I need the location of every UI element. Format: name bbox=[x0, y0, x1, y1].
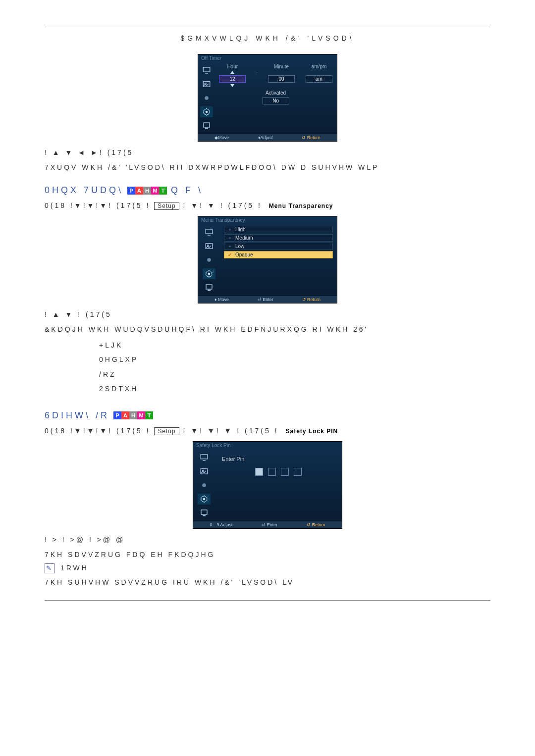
square-icon: ▫ bbox=[227, 227, 232, 232]
dot-icon[interactable] bbox=[203, 254, 215, 265]
picture-icon[interactable] bbox=[198, 466, 211, 477]
gear-icon[interactable] bbox=[203, 268, 215, 279]
svg-point-17 bbox=[202, 483, 206, 487]
transparency-option-low[interactable]: ▫ Low bbox=[224, 243, 333, 250]
pin-box-4[interactable] bbox=[294, 468, 302, 476]
svg-point-4 bbox=[205, 111, 208, 113]
footer-return: ↺ Return bbox=[307, 522, 325, 527]
monitor-icon[interactable] bbox=[200, 65, 213, 76]
transparency-nav: ! ▲ ▼ ! (17(5 bbox=[45, 310, 490, 318]
footer-move: ♦ Move bbox=[214, 297, 229, 302]
dot-icon[interactable] bbox=[198, 480, 211, 491]
bullet-high: +LJK bbox=[99, 338, 490, 353]
off-timer-desc: 7XUQV WKH /&' 'LVSOD\ RII DXWRPDWLFDOO\ … bbox=[45, 163, 490, 171]
gear-icon[interactable] bbox=[200, 106, 213, 117]
bullet-low: /RZ bbox=[99, 367, 490, 382]
osd-icon-rail[interactable] bbox=[193, 449, 215, 521]
square-icon: ▫ bbox=[227, 244, 232, 249]
activated-value[interactable]: No bbox=[263, 97, 289, 104]
note-text: 7KH SUHVHW SDVVZRUG IRU WKH /&' 'LVSOD\ … bbox=[45, 578, 490, 586]
bullet-medium: 0HGLXP bbox=[99, 353, 490, 367]
off-timer-hour-label: Hour bbox=[227, 64, 238, 69]
section-menu-transparency: 0HQX 7UDQ\ bbox=[45, 185, 123, 196]
off-timer-hour[interactable]: 12 bbox=[219, 75, 246, 83]
page-header: $GMXVWLQJ WKH /&' 'LVSOD\ bbox=[45, 34, 490, 42]
picture-icon[interactable] bbox=[203, 241, 215, 252]
monitor-icon[interactable] bbox=[198, 452, 211, 463]
safety-nav: ! > ! >@ ! >@ @ bbox=[45, 536, 490, 544]
svg-rect-7 bbox=[206, 229, 213, 234]
section-safety-lock: 6DIHW\ /R bbox=[45, 410, 109, 421]
off-timer-ampm[interactable]: am bbox=[306, 75, 332, 83]
monitor-icon[interactable] bbox=[203, 227, 215, 238]
down-arrow-icon[interactable] bbox=[230, 84, 234, 87]
pill-setup: Setup bbox=[154, 427, 179, 435]
activated-label: Activated bbox=[266, 90, 286, 96]
osd-title: Off Timer bbox=[198, 54, 337, 62]
footer-return: ↺ Return bbox=[302, 135, 321, 140]
footer-return: ↺ Return bbox=[302, 297, 321, 302]
enter-pin-label: Enter Pin bbox=[222, 456, 338, 462]
svg-point-18 bbox=[203, 498, 206, 500]
transparency-option-medium[interactable]: ▫ Medium bbox=[224, 234, 333, 242]
bullet-opaque: 2SDTXH bbox=[99, 382, 490, 396]
osd-safety-lock: Safety Lock Pin Enter Pin 0…9 Adjust ⏎ E… bbox=[193, 441, 342, 529]
osd-off-timer: Off Timer Hour 12 : Minute 00 bbox=[198, 54, 337, 142]
check-icon: ✔ bbox=[227, 252, 232, 257]
osd-menu-transparency: Menu Transparency ▫ High ▫ Medium ▫ Low … bbox=[198, 216, 337, 303]
display-icon[interactable] bbox=[203, 282, 215, 293]
svg-rect-13 bbox=[208, 290, 211, 291]
transparency-option-high[interactable]: ▫ High bbox=[224, 226, 333, 233]
svg-rect-12 bbox=[206, 285, 212, 289]
square-icon: ▫ bbox=[227, 236, 232, 241]
model-badge: PAHMT bbox=[113, 411, 153, 419]
osd-icon-rail[interactable] bbox=[198, 224, 220, 296]
note-label: 1RWH bbox=[60, 563, 89, 571]
svg-point-11 bbox=[208, 273, 211, 275]
pill-safety-lock-pin: Safety Lock PIN bbox=[282, 428, 341, 435]
off-timer-nav: ! ▲ ▼ ◄ ►! (17(5 bbox=[45, 149, 490, 156]
footer-adjust: ♦Adjust bbox=[258, 135, 273, 140]
safety-desc: 7KH SDVVZRUG FDQ EH FKDQJHG bbox=[45, 551, 490, 558]
footer-enter: ⏎ Enter bbox=[262, 522, 277, 527]
svg-rect-6 bbox=[205, 128, 208, 129]
svg-point-10 bbox=[207, 258, 211, 262]
pin-box-2[interactable] bbox=[268, 468, 276, 476]
svg-rect-5 bbox=[204, 123, 210, 127]
svg-rect-19 bbox=[201, 510, 207, 514]
pill-setup: Setup bbox=[154, 202, 179, 210]
svg-rect-14 bbox=[201, 454, 208, 459]
pin-box-3[interactable] bbox=[281, 468, 289, 476]
off-timer-ampm-label: am/pm bbox=[312, 64, 327, 69]
dot-icon[interactable] bbox=[200, 93, 213, 103]
svg-rect-20 bbox=[203, 515, 206, 516]
display-icon[interactable] bbox=[200, 120, 213, 131]
footer-adjust: 0…9 Adjust bbox=[210, 522, 232, 527]
section-tail: Q F \ bbox=[171, 185, 203, 196]
osd-icon-rail[interactable] bbox=[198, 62, 214, 134]
off-timer-minute[interactable]: 00 bbox=[268, 75, 295, 83]
note-icon: ✎ bbox=[45, 563, 54, 573]
osd-title: Safety Lock Pin bbox=[193, 442, 342, 449]
transparency-desc: &KDQJH WKH WUDQVSDUHQF\ RI WKH EDFNJURXQ… bbox=[45, 325, 490, 333]
model-badge: PAHMT bbox=[127, 187, 167, 195]
osd-title: Menu Transparency bbox=[198, 216, 337, 224]
up-arrow-icon[interactable] bbox=[230, 71, 234, 74]
transparency-menu-path: 0(18 !▼!▼!▼! (17(5 ! Setup ! ▼! ▼ ! (17(… bbox=[45, 202, 490, 210]
footer-move: ◆Move bbox=[214, 135, 229, 140]
picture-icon[interactable] bbox=[200, 79, 213, 90]
gear-icon[interactable] bbox=[198, 494, 211, 504]
svg-point-3 bbox=[205, 96, 209, 100]
transparency-option-opaque[interactable]: ✔ Opaque bbox=[224, 251, 333, 258]
display-icon[interactable] bbox=[198, 507, 211, 518]
time-sep: : bbox=[256, 64, 258, 87]
safety-menu-path: 0(18 !▼!▼!▼! (17(5 ! Setup ! ▼! ▼! ▼ ! (… bbox=[45, 427, 490, 435]
pin-box-1[interactable] bbox=[255, 468, 263, 476]
svg-rect-0 bbox=[203, 67, 210, 72]
off-timer-minute-label: Minute bbox=[274, 64, 289, 69]
pill-menu-transparency: Menu Transparency bbox=[266, 202, 336, 209]
footer-enter: ⏎ Enter bbox=[258, 297, 273, 302]
